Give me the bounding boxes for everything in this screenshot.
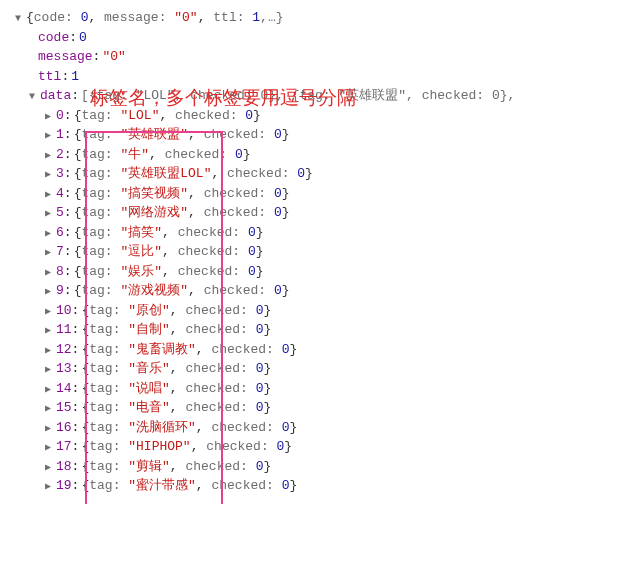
item-body: {tag: "HIPHOP", checked: 0} — [81, 437, 292, 457]
checked-value: 0 — [282, 342, 290, 357]
item-index: 13 — [56, 359, 72, 379]
root-row[interactable]: ▼ {code: 0, message: "0", ttl: 1,…} — [12, 8, 611, 28]
item-index: 8 — [56, 262, 64, 282]
field-code[interactable]: code: 0 — [12, 28, 611, 48]
tag-value: "HIPHOP" — [128, 439, 190, 454]
checked-value: 0 — [256, 361, 264, 376]
data-item[interactable]: ▶15: {tag: "电音", checked: 0} — [12, 398, 611, 418]
checked-value: 0 — [256, 303, 264, 318]
checked-value: 0 — [248, 244, 256, 259]
item-body: {tag: "原创", checked: 0} — [81, 301, 271, 321]
tag-value: "搞笑视频" — [120, 186, 188, 201]
collapse-icon[interactable]: ▶ — [42, 167, 54, 182]
collapse-icon[interactable]: ▶ — [42, 265, 54, 280]
collapse-icon[interactable]: ▶ — [42, 148, 54, 163]
data-item[interactable]: ▶14: {tag: "说唱", checked: 0} — [12, 379, 611, 399]
item-index: 12 — [56, 340, 72, 360]
item-body: {tag: "搞笑", checked: 0} — [74, 223, 264, 243]
data-item[interactable]: ▶12: {tag: "鬼畜调教", checked: 0} — [12, 340, 611, 360]
collapse-icon[interactable]: ▶ — [42, 226, 54, 241]
checked-value: 0 — [256, 322, 264, 337]
data-item[interactable]: ▶18: {tag: "剪辑", checked: 0} — [12, 457, 611, 477]
data-item[interactable]: ▶3: {tag: "英雄联盟LOL", checked: 0} — [12, 164, 611, 184]
item-index: 9 — [56, 281, 64, 301]
tag-value: "牛" — [120, 147, 149, 162]
data-item[interactable]: ▶13: {tag: "音乐", checked: 0} — [12, 359, 611, 379]
item-body: {tag: "蜜汁带感", checked: 0} — [81, 476, 297, 496]
expand-icon[interactable]: ▼ — [26, 89, 38, 104]
tag-value: "英雄联盟LOL" — [120, 166, 211, 181]
collapse-icon[interactable]: ▶ — [42, 421, 54, 436]
collapse-icon[interactable]: ▶ — [42, 206, 54, 221]
tag-value: "音乐" — [128, 361, 170, 376]
item-index: 7 — [56, 242, 64, 262]
collapse-icon[interactable]: ▶ — [42, 401, 54, 416]
collapse-icon[interactable]: ▶ — [42, 362, 54, 377]
data-item[interactable]: ▶5: {tag: "网络游戏", checked: 0} — [12, 203, 611, 223]
tag-value: "网络游戏" — [120, 205, 188, 220]
item-index: 15 — [56, 398, 72, 418]
collapse-icon[interactable]: ▶ — [42, 343, 54, 358]
tag-value: "洗脑循环" — [128, 420, 196, 435]
checked-value: 0 — [274, 127, 282, 142]
tag-value: "自制" — [128, 322, 170, 337]
data-item[interactable]: ▶16: {tag: "洗脑循环", checked: 0} — [12, 418, 611, 438]
collapse-icon[interactable]: ▶ — [42, 128, 54, 143]
collapse-icon[interactable]: ▶ — [42, 479, 54, 494]
tag-value: "原创" — [128, 303, 170, 318]
item-index: 1 — [56, 125, 64, 145]
item-index: 17 — [56, 437, 72, 457]
checked-value: 0 — [282, 420, 290, 435]
item-body: {tag: "搞笑视频", checked: 0} — [74, 184, 290, 204]
collapse-icon[interactable]: ▶ — [42, 187, 54, 202]
data-item[interactable]: ▶19: {tag: "蜜汁带感", checked: 0} — [12, 476, 611, 496]
item-index: 16 — [56, 418, 72, 438]
tag-value: "娱乐" — [120, 264, 162, 279]
collapse-icon[interactable]: ▶ — [42, 323, 54, 338]
item-body: {tag: "鬼畜调教", checked: 0} — [81, 340, 297, 360]
item-body: {tag: "自制", checked: 0} — [81, 320, 271, 340]
tag-value: "说唱" — [128, 381, 170, 396]
tag-value: "英雄联盟" — [120, 127, 188, 142]
data-item[interactable]: ▶6: {tag: "搞笑", checked: 0} — [12, 223, 611, 243]
item-index: 11 — [56, 320, 72, 340]
tag-value: "鬼畜调教" — [128, 342, 196, 357]
collapse-icon[interactable]: ▶ — [42, 284, 54, 299]
checked-value: 0 — [274, 283, 282, 298]
item-index: 10 — [56, 301, 72, 321]
data-item[interactable]: ▶8: {tag: "娱乐", checked: 0} — [12, 262, 611, 282]
item-body: {tag: "游戏视频", checked: 0} — [74, 281, 290, 301]
item-index: 18 — [56, 457, 72, 477]
data-item[interactable]: ▶11: {tag: "自制", checked: 0} — [12, 320, 611, 340]
item-body: {tag: "逗比", checked: 0} — [74, 242, 264, 262]
tag-value: "电音" — [128, 400, 170, 415]
item-index: 6 — [56, 223, 64, 243]
collapse-icon[interactable]: ▶ — [42, 460, 54, 475]
collapse-icon[interactable]: ▶ — [42, 109, 54, 124]
data-item[interactable]: ▶1: {tag: "英雄联盟", checked: 0} — [12, 125, 611, 145]
item-index: 14 — [56, 379, 72, 399]
tag-value: "搞笑" — [120, 225, 162, 240]
data-item[interactable]: ▶10: {tag: "原创", checked: 0} — [12, 301, 611, 321]
item-body: {tag: "网络游戏", checked: 0} — [74, 203, 290, 223]
collapse-icon[interactable]: ▶ — [42, 304, 54, 319]
data-item[interactable]: ▶2: {tag: "牛", checked: 0} — [12, 145, 611, 165]
root-summary: {code: 0, message: "0", ttl: 1,…} — [26, 8, 284, 28]
data-item[interactable]: ▶4: {tag: "搞笑视频", checked: 0} — [12, 184, 611, 204]
item-index: 19 — [56, 476, 72, 496]
checked-value: 0 — [297, 166, 305, 181]
data-item[interactable]: ▶7: {tag: "逗比", checked: 0} — [12, 242, 611, 262]
checked-value: 0 — [248, 264, 256, 279]
item-body: {tag: "娱乐", checked: 0} — [74, 262, 264, 282]
collapse-icon[interactable]: ▶ — [42, 440, 54, 455]
item-body: {tag: "英雄联盟", checked: 0} — [74, 125, 290, 145]
collapse-icon[interactable]: ▶ — [42, 245, 54, 260]
tag-value: "蜜汁带感" — [128, 478, 196, 493]
json-tree: ▼ {code: 0, message: "0", ttl: 1,…} code… — [12, 8, 611, 496]
data-item[interactable]: ▶17: {tag: "HIPHOP", checked: 0} — [12, 437, 611, 457]
collapse-icon[interactable]: ▶ — [42, 382, 54, 397]
checked-value: 0 — [274, 186, 282, 201]
data-item[interactable]: ▶9: {tag: "游戏视频", checked: 0} — [12, 281, 611, 301]
field-message[interactable]: message: "0" — [12, 47, 611, 67]
expand-icon[interactable]: ▼ — [12, 11, 24, 26]
